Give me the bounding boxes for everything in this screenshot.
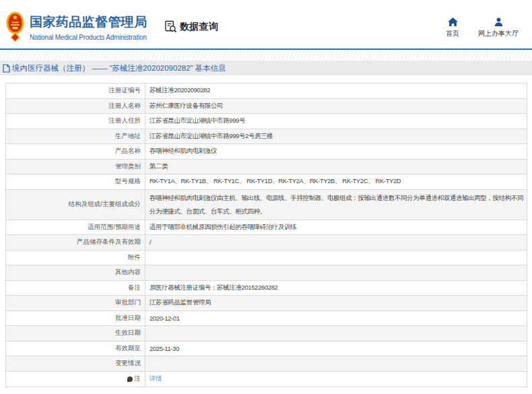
data-query-icon: [164, 20, 177, 33]
row-label: 其他内容: [6, 265, 145, 280]
row-label: 适用范围/预期用途: [6, 220, 145, 235]
pin-icon: [127, 376, 133, 382]
row-label: 产品储存条件及有效期: [6, 235, 145, 250]
table-row: 注册人住所江苏省昆山市淀山湖镇中市路999号: [6, 114, 527, 129]
national-emblem-logo: [6, 11, 24, 42]
detail-link[interactable]: 详情: [149, 374, 162, 383]
row-value: [145, 251, 527, 265]
info-table: 注册证编号苏械注准20202090282注册人名称苏州仁康医疗设备有限公司注册人…: [5, 83, 527, 387]
table-row: 附件: [6, 251, 527, 266]
row-value: [145, 265, 527, 280]
page-title: 境内医疗器械（注册） —— “苏械注准20202090282” 基本信息: [12, 63, 226, 73]
row-label: 生效日期: [6, 326, 145, 341]
spacer: [0, 75, 532, 83]
row-label: 批准日期: [6, 311, 145, 326]
nav-service-hall-label: 网上办事大厅: [478, 29, 519, 38]
table-row: 有效期至2025-11-30: [6, 341, 527, 357]
row-value: 苏械注准20202090282: [145, 84, 527, 98]
data-query-section[interactable]: 数据查询: [164, 20, 218, 33]
row-label: 管理类别: [6, 160, 145, 174]
row-label: 产品名称: [6, 144, 145, 159]
table-row: 适用范围/预期用途适用于咽部非机械原因损伤引起的吞咽障碍治疗及训练: [6, 220, 527, 236]
row-label: 附件: [6, 251, 145, 265]
row-label: 变更情况: [6, 356, 145, 371]
table-row: 管理类别第二类: [6, 160, 527, 175]
table-row: 注详情: [6, 372, 527, 387]
row-label: 结构及组成/主要组成成分: [6, 190, 145, 220]
nav-home[interactable]: 首页: [446, 18, 459, 38]
table-row: 其他内容: [6, 265, 527, 281]
org-name-en: National Medical Products Administration: [30, 34, 147, 41]
table-row: 备注原医疗器械注册证编号：苏械注准20152260282: [6, 281, 527, 296]
row-value: /: [145, 235, 527, 250]
page-title-bar: 境内医疗器械（注册） —— “苏械注准20202090282” 基本信息: [0, 61, 532, 75]
row-label: 注: [6, 372, 145, 387]
row-value: 吞咽神经和肌肉电刺激仪: [145, 144, 527, 159]
home-icon: [448, 18, 458, 26]
row-value: 2025-11-30: [145, 341, 527, 356]
site-header: 国家药品监督管理局 National Medical Products Admi…: [0, 0, 532, 48]
row-value: 适用于咽部非机械原因损伤引起的吞咽障碍治疗及训练: [145, 220, 527, 235]
nav-home-label: 首页: [446, 29, 459, 38]
row-value: 苏州仁康医疗设备有限公司: [145, 99, 527, 114]
row-label: 备注: [6, 281, 145, 296]
table-row: 生效日期: [6, 326, 527, 341]
row-value: 江苏省昆山市淀山湖镇中市路999号: [145, 114, 527, 129]
document-icon: [3, 64, 10, 73]
table-row: 生产地址江苏省昆山市淀山湖镇中市路999号2号房三楼: [6, 129, 527, 145]
row-value: 2020-12-01: [145, 311, 527, 326]
row-label: 审批部门: [6, 296, 145, 310]
table-row: 审批部门江苏省药品监督管理局: [6, 296, 527, 311]
row-value: RK-TY1A、RK-TY1B、 RK-TY1C、 RK-TY1D、RK-TY2…: [145, 174, 527, 189]
org-title-block: 国家药品监督管理局 National Medical Products Admi…: [30, 13, 147, 41]
row-value: 原医疗器械注册证编号：苏械注准20152260282: [145, 281, 527, 296]
row-label: 生产地址: [6, 129, 145, 144]
hatch-band: [0, 50, 532, 61]
row-value: 江苏省昆山市淀山湖镇中市路999号2号房三楼: [145, 129, 527, 144]
table-row: 型号规格RK-TY1A、RK-TY1B、 RK-TY1C、 RK-TY1D、RK…: [6, 174, 527, 190]
row-value: 江苏省药品监督管理局: [145, 296, 527, 310]
table-row: 变更情况: [6, 356, 527, 372]
row-value: [145, 356, 527, 371]
table-row: 注册证编号苏械注准20202090282: [6, 84, 527, 99]
row-value: 第二类: [145, 160, 527, 174]
row-value: 吞咽神经和肌肉电刺激仪由主机、输出线、电源线、手持控制器、电极组成：按输出通道数…: [145, 190, 527, 220]
nav-service-hall[interactable]: 网上办事大厅: [478, 18, 519, 38]
row-label: 注册人住所: [6, 114, 145, 129]
row-label: 注册人名称: [6, 99, 145, 114]
table-row: 结构及组成/主要组成成分吞咽神经和肌肉电刺激仪由主机、输出线、电源线、手持控制器…: [6, 190, 527, 220]
row-value-link-cell: 详情: [145, 372, 527, 387]
top-nav: 首页 网上办事大厅: [446, 18, 519, 38]
row-label: 型号规格: [6, 174, 145, 189]
org-name-cn: 国家药品监督管理局: [30, 13, 147, 31]
row-label: 注册证编号: [6, 84, 145, 98]
person-icon: [494, 18, 503, 26]
table-row: 产品名称吞咽神经和肌肉电刺激仪: [6, 144, 527, 160]
table-row: 产品储存条件及有效期/: [6, 235, 527, 251]
data-query-label: 数据查询: [180, 21, 218, 33]
row-value: [145, 326, 527, 341]
table-row: 批准日期2020-12-01: [6, 311, 527, 327]
table-row: 注册人名称苏州仁康医疗设备有限公司: [6, 99, 527, 114]
row-label: 有效期至: [6, 341, 145, 356]
